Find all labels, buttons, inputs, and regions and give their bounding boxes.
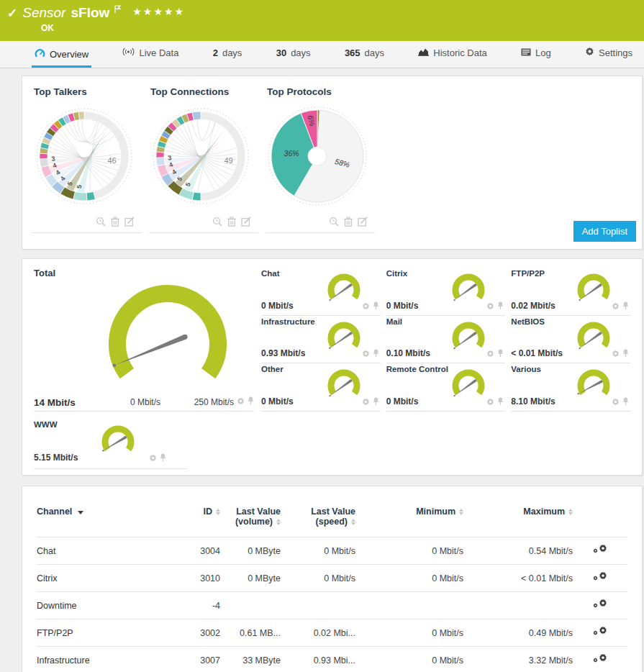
zoom-history-icon[interactable] xyxy=(212,217,222,230)
gauge-pin-icon[interactable] xyxy=(622,300,629,313)
priority-stars[interactable]: ★★★★★ xyxy=(132,6,185,17)
channel-gauge-infrastructure: Infrastructure0.93 Mbit/s xyxy=(261,316,381,364)
gauge-settings-icon[interactable] xyxy=(612,300,620,313)
edit-toplist-icon[interactable] xyxy=(358,217,368,230)
col-header-actions xyxy=(573,501,627,537)
delete-toplist-icon[interactable] xyxy=(344,217,353,230)
sensor-category: Sensor xyxy=(22,5,65,21)
gauge-pin-icon[interactable] xyxy=(622,396,629,409)
tab-log[interactable]: Log xyxy=(518,47,554,68)
log-icon xyxy=(521,47,531,58)
gauge-pin-icon[interactable] xyxy=(497,396,504,409)
www-gauge-cell: WWW 5.15 Mbit/s xyxy=(34,417,186,469)
delete-toplist-icon[interactable] xyxy=(227,217,236,230)
top-connections-chart[interactable]: 4955443 xyxy=(149,99,255,214)
gauge-settings-icon[interactable] xyxy=(486,348,494,360)
svg-text:46: 46 xyxy=(107,156,116,165)
tab-historic-data[interactable]: Historic Data xyxy=(415,47,489,68)
toplist-title: Top Talkers xyxy=(34,86,142,97)
gauge-scale-max: 250 Mbit/s xyxy=(194,397,234,407)
tab-settings[interactable]: Settings xyxy=(582,47,635,68)
top-protocols-chart[interactable]: 58%36%6% xyxy=(266,99,372,214)
channel-gauge-mail: Mail0.10 Mbit/s xyxy=(386,316,506,364)
status-check-icon: ✓ xyxy=(7,6,17,21)
sensor-header: ✓ Sensor sFlow ★★★★★ OK xyxy=(0,0,644,41)
gauge-settings-icon[interactable] xyxy=(612,396,620,409)
mini-gauge xyxy=(323,367,365,404)
tab-30-days[interactable]: 30days xyxy=(273,47,314,68)
toplist-title: Top Connections xyxy=(150,86,258,97)
gauge-pin-icon[interactable] xyxy=(248,395,254,408)
gauge-pin-icon[interactable] xyxy=(373,300,379,313)
svg-text:3: 3 xyxy=(168,154,172,162)
gauge-settings-icon[interactable] xyxy=(362,348,370,360)
svg-text:36%: 36% xyxy=(284,149,299,158)
channel-settings-icon[interactable] xyxy=(593,653,607,665)
sensor-name: sFlow xyxy=(71,5,109,21)
tab-2-days[interactable]: 2days xyxy=(210,47,245,68)
table-row: Downtime-4 xyxy=(37,592,627,619)
gauge-settings-icon[interactable] xyxy=(149,452,157,465)
status-badge: OK xyxy=(41,23,637,33)
channel-settings-icon[interactable] xyxy=(593,599,607,610)
gauge-settings-icon[interactable] xyxy=(612,348,620,360)
channel-gauge-other: Other0 Mbit/s xyxy=(261,363,381,412)
settings-icon xyxy=(585,47,594,58)
gauge-pin-icon[interactable] xyxy=(497,300,504,313)
svg-text:3: 3 xyxy=(51,155,56,163)
edit-toplist-icon[interactable] xyxy=(241,217,251,230)
gauge-pin-icon[interactable] xyxy=(497,348,504,360)
table-row: Citrix30100 MByte0 Mbit/s0 Mbit/s< 0.01 … xyxy=(37,565,627,592)
gauge-settings-icon[interactable] xyxy=(486,396,494,409)
gauge-scale-min: 0 Mbit/s xyxy=(130,397,160,407)
channel-gauge-ftp-p2p: FTP/P2P0.02 Mbit/s xyxy=(511,268,630,316)
live-data-icon xyxy=(122,47,135,58)
mini-gauge xyxy=(323,271,365,309)
toplist-top-connections: Top Connections4955443 xyxy=(149,85,258,233)
total-gauge-cell: Total 14 Mbit/s 0 Mbit/s 250 Mbit/s xyxy=(34,268,254,412)
toplist-top-protocols: Top Protocols58%36%6% xyxy=(266,85,375,233)
zoom-history-icon[interactable] xyxy=(96,217,106,230)
top-talkers-chart[interactable]: 46554443 xyxy=(32,99,139,214)
gauge-pin-icon[interactable] xyxy=(622,348,629,360)
channel-settings-icon[interactable] xyxy=(593,571,607,583)
col-header-maximum[interactable]: Maximum xyxy=(463,501,573,537)
mini-gauge xyxy=(573,319,614,357)
toplists-card: Top Talkers46554443Top Connections495544… xyxy=(22,76,643,250)
tab-live-data[interactable]: Live Data xyxy=(119,47,181,68)
gauge-pin-icon[interactable] xyxy=(373,348,379,360)
zoom-history-icon[interactable] xyxy=(329,217,339,230)
tab-bar: OverviewLive Data2days30days365daysHisto… xyxy=(0,41,644,68)
gauge-pin-icon[interactable] xyxy=(160,452,166,465)
gauge-pin-icon[interactable] xyxy=(373,396,379,409)
channel-table: Channel IDLast Value(volume)Last Value(s… xyxy=(37,501,627,672)
add-toplist-button[interactable]: Add Toplist xyxy=(573,221,636,242)
gauge-settings-icon[interactable] xyxy=(237,395,245,408)
tab-overview[interactable]: Overview xyxy=(32,48,91,68)
gauge-settings-icon[interactable] xyxy=(362,396,370,409)
edit-toplist-icon[interactable] xyxy=(124,217,135,230)
col-header-channel[interactable]: Channel xyxy=(37,501,176,537)
flag-icon[interactable] xyxy=(114,4,122,17)
col-header-last-value[interactable]: Last Value(speed) xyxy=(281,501,355,537)
gauge-settings-icon[interactable] xyxy=(362,300,370,313)
total-value: 14 Mbit/s xyxy=(34,397,113,408)
col-header-id[interactable]: ID xyxy=(176,501,220,537)
tab-365-days[interactable]: 365days xyxy=(342,47,387,68)
svg-text:49: 49 xyxy=(224,156,232,165)
svg-text:5: 5 xyxy=(76,185,83,189)
col-header-minimum[interactable]: Minimum xyxy=(355,501,463,537)
channel-gauge-netbios: NetBIOS< 0.01 Mbit/s xyxy=(511,316,630,364)
gauge-settings-icon[interactable] xyxy=(486,300,494,313)
table-row: FTP/P2P30020.61 MB...0.02 Mbi...0 Mbit/s… xyxy=(37,619,627,647)
channel-gauge-various: Various8.10 Mbit/s xyxy=(511,363,630,412)
col-header-last-value[interactable]: Last Value(volume) xyxy=(220,501,281,537)
delete-toplist-icon[interactable] xyxy=(111,217,119,230)
channel-settings-icon[interactable] xyxy=(593,626,607,637)
channel-settings-icon[interactable] xyxy=(593,544,607,555)
channel-table-card: Channel IDLast Value(volume)Last Value(s… xyxy=(22,486,643,672)
mini-gauge xyxy=(323,319,365,357)
channel-gauge-remote-control: Remote Control0 Mbit/s xyxy=(386,363,506,412)
mini-gauge xyxy=(573,271,614,309)
mini-gauge xyxy=(573,367,614,404)
